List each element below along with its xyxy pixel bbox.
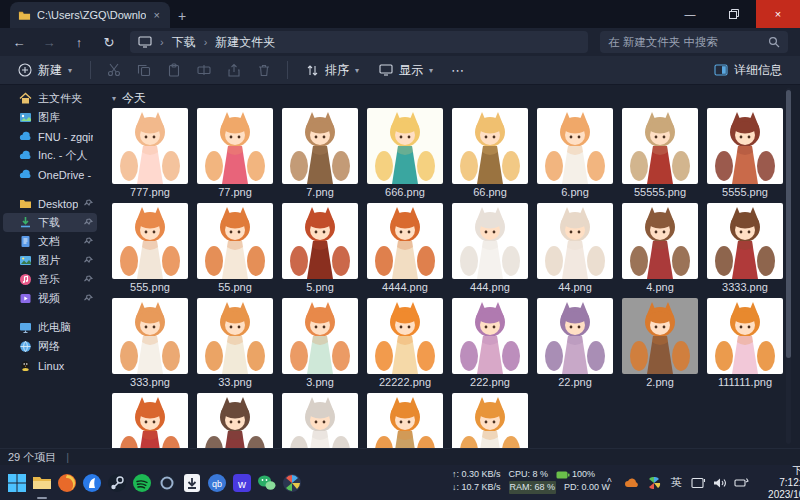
ime-language-indicator[interactable]: 英 <box>669 475 684 491</box>
file-item[interactable]: 22.png <box>537 298 613 392</box>
touch-keyboard-icon[interactable] <box>691 475 706 491</box>
taskbar-app-qbittorrent-icon[interactable]: qb <box>205 471 229 495</box>
file-item[interactable]: 3.png <box>282 298 358 392</box>
sidebar-item-video[interactable]: 视频 <box>3 289 97 308</box>
system-stats[interactable]: ↑: 0.30 KB/s CPU: 8 % 100% ↓: 10.7 KB/s … <box>452 468 610 494</box>
delete-button[interactable] <box>251 59 277 81</box>
file-item[interactable] <box>452 393 528 448</box>
sidebar-item-cloud[interactable]: OneDrive - zgqinc <box>3 165 97 184</box>
window-controls: — × <box>668 0 800 28</box>
file-name: 5.png <box>282 281 358 293</box>
file-item[interactable] <box>282 393 358 448</box>
sidebar-item-pc[interactable]: 此电脑 <box>3 318 97 337</box>
file-item[interactable] <box>197 393 273 448</box>
sidebar-item-cloud[interactable]: FNU - zgqinc2 <box>3 127 97 146</box>
new-tab-button[interactable]: + <box>170 4 194 28</box>
file-item[interactable]: 33.png <box>197 298 273 392</box>
search-input[interactable]: 在 新建文件夹 中搜索 <box>600 31 788 53</box>
breadcrumb-downloads[interactable]: 下载 <box>172 34 196 51</box>
sidebar-item-folder[interactable]: Desktop <box>3 194 97 213</box>
minimize-button[interactable]: — <box>668 0 712 28</box>
breadcrumb-new-folder[interactable]: 新建文件夹 <box>215 34 275 51</box>
clock[interactable]: 下午 7:12:58 2023/10/6 <box>760 465 800 500</box>
sidebar-item-linux[interactable]: Linux <box>3 356 97 375</box>
sidebar-item-network[interactable]: 网络 <box>3 337 97 356</box>
taskbar-app-start-icon[interactable] <box>5 471 29 495</box>
sidebar-item-gallery[interactable]: 图库 <box>3 108 97 127</box>
file-item[interactable]: 66.png <box>452 108 528 202</box>
file-item[interactable]: 444.png <box>452 203 528 297</box>
file-item[interactable]: 55555.png <box>622 108 698 202</box>
sidebar-item-music[interactable]: 音乐 <box>3 270 97 289</box>
file-item[interactable]: 333.png <box>112 298 188 392</box>
group-collapse-icon[interactable]: ▾ <box>112 94 116 103</box>
file-item[interactable]: 22222.png <box>367 298 443 392</box>
taskbar-app-ring-icon[interactable] <box>155 471 179 495</box>
sidebar-item-doc[interactable]: 文档 <box>3 232 97 251</box>
pinwheel-app-tray-icon[interactable] <box>647 475 662 491</box>
close-button[interactable]: × <box>756 0 800 28</box>
tray-overflow-chevron-icon[interactable]: ^ <box>602 475 617 491</box>
file-item[interactable]: 44.png <box>537 203 613 297</box>
file-item[interactable]: 5.png <box>282 203 358 297</box>
restore-button[interactable] <box>712 0 756 28</box>
taskbar-app-firefox-icon[interactable] <box>55 471 79 495</box>
taskbar-app-files-blue-icon[interactable] <box>80 471 104 495</box>
rename-button[interactable] <box>191 59 217 81</box>
address-bar[interactable]: › 下载 › 新建文件夹 <box>130 31 588 53</box>
file-item[interactable]: 2.png <box>622 298 698 392</box>
file-item[interactable]: 3333.png <box>707 203 783 297</box>
copy-button[interactable] <box>131 59 157 81</box>
sidebar-item-download[interactable]: 下载 <box>3 213 97 232</box>
file-item[interactable]: 6.png <box>537 108 613 202</box>
explorer-tab[interactable]: C:\Users\ZGQ\Downloads\新建 × <box>10 2 170 28</box>
vertical-scrollbar[interactable] <box>786 88 791 444</box>
file-item[interactable]: 7.png <box>282 108 358 202</box>
scrollbar-thumb[interactable] <box>786 90 791 358</box>
sidebar-item-home[interactable]: 主文件夹 <box>3 89 97 108</box>
tab-close-icon[interactable]: × <box>152 9 162 21</box>
file-item[interactable]: 666.png <box>367 108 443 202</box>
file-item[interactable]: 77.png <box>197 108 273 202</box>
taskbar-app-spotify-icon[interactable] <box>130 471 154 495</box>
file-item[interactable]: 111111.png <box>707 298 783 392</box>
file-item[interactable]: 4444.png <box>367 203 443 297</box>
file-item[interactable] <box>367 393 443 448</box>
cloud-drive-tray-icon[interactable] <box>624 475 640 491</box>
crumb-separator: › <box>204 36 208 48</box>
sidebar-item-pics[interactable]: 图片 <box>3 251 97 270</box>
view-button[interactable]: 显示 ▾ <box>371 59 441 82</box>
file-item[interactable]: 222.png <box>452 298 528 392</box>
pen-battery-icon[interactable] <box>734 475 749 491</box>
taskbar-app-paint-icon[interactable] <box>280 471 304 495</box>
details-pane-button[interactable]: 详细信息 <box>706 59 790 82</box>
back-button[interactable]: ← <box>6 31 32 53</box>
file-item[interactable]: 4.png <box>622 203 698 297</box>
volume-icon[interactable] <box>713 475 728 491</box>
file-item[interactable]: 777.png <box>112 108 188 202</box>
taskbar-app-downloader-icon[interactable] <box>180 471 204 495</box>
share-button[interactable] <box>221 59 247 81</box>
more-options-button[interactable]: ⋯ <box>445 63 471 78</box>
refresh-button[interactable]: ↻ <box>96 31 122 53</box>
pin-icon <box>84 294 93 303</box>
paste-button[interactable] <box>161 59 187 81</box>
file-name: 444.png <box>452 281 528 293</box>
file-item[interactable]: 55.png <box>197 203 273 297</box>
file-item[interactable] <box>112 393 188 448</box>
file-item[interactable]: 555.png <box>112 203 188 297</box>
sidebar-item-cloud[interactable]: Inc. - 个人 <box>3 146 97 165</box>
taskbar-app-explorer-icon[interactable] <box>30 471 54 495</box>
file-name: 2.png <box>622 376 698 388</box>
new-button[interactable]: 新建 ▾ <box>10 59 80 82</box>
taskbar-app-steam-icon[interactable] <box>105 471 129 495</box>
cut-button[interactable] <box>101 59 127 81</box>
file-thumbnail-image <box>622 298 698 374</box>
file-item[interactable]: 5555.png <box>707 108 783 202</box>
forward-button[interactable]: → <box>36 31 62 53</box>
up-button[interactable]: ↑ <box>66 31 92 53</box>
taskbar-app-wechat-icon[interactable] <box>255 471 279 495</box>
taskbar-app-wallpaper-icon[interactable]: w <box>230 471 254 495</box>
sort-button[interactable]: 排序 ▾ <box>298 59 367 82</box>
group-header-today[interactable]: ▾ 今天 <box>112 90 792 106</box>
